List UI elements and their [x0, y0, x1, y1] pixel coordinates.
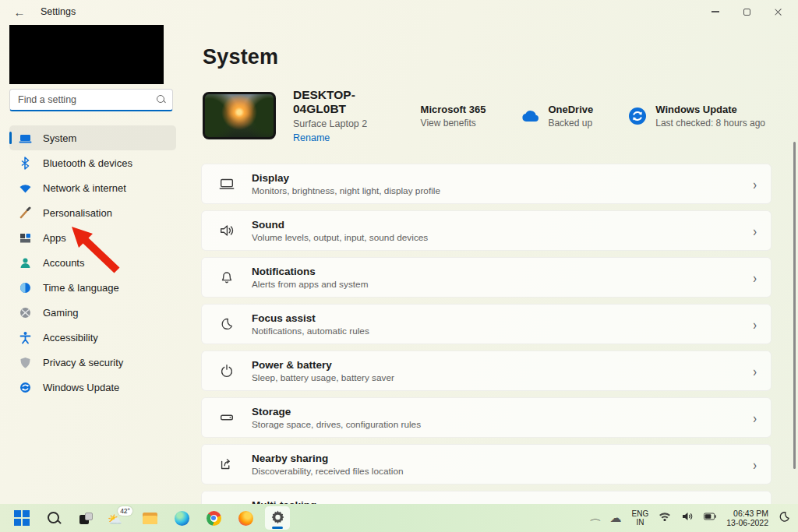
- chrome-button[interactable]: [201, 506, 226, 530]
- settings-row-notifications[interactable]: NotificationsAlerts from apps and system…: [201, 257, 772, 298]
- titlebar: ← Settings: [0, 0, 798, 23]
- system-icon: [19, 132, 32, 145]
- share-icon: [217, 455, 236, 474]
- row-subtitle: Monitors, brightness, night light, displ…: [252, 185, 440, 196]
- row-subtitle: Discoverability, received files location: [252, 466, 404, 477]
- start-button[interactable]: [9, 506, 34, 530]
- sidebar-item-bluetooth-devices[interactable]: Bluetooth & devices: [9, 150, 176, 175]
- sidebar: System Bluetooth & devices Network & int…: [0, 23, 187, 504]
- xbox-icon: [19, 306, 32, 319]
- search-box[interactable]: [9, 89, 173, 111]
- minimize-button[interactable]: [700, 2, 731, 22]
- row-title: Nearby sharing: [252, 453, 404, 464]
- firefox-button[interactable]: [233, 506, 258, 530]
- clock-date-display[interactable]: 06:43 PM 13-06-2022: [726, 509, 768, 527]
- sidebar-item-label: Accessibility: [43, 332, 98, 344]
- settings-row-sound[interactable]: SoundVolume levels, output, input, sound…: [201, 210, 772, 251]
- display-icon: [217, 174, 236, 193]
- sidebar-item-label: Apps: [43, 232, 66, 244]
- update-icon: [19, 381, 32, 394]
- sidebar-item-label: Time & language: [43, 282, 119, 294]
- close-button[interactable]: [762, 2, 793, 22]
- sound-icon: [217, 221, 236, 240]
- chevron-right-icon: ›: [753, 222, 757, 239]
- status-microsoft-365[interactable]: Microsoft 365 View benefits: [393, 104, 486, 129]
- maximize-button[interactable]: [731, 2, 762, 22]
- windows-update-badge-icon: [627, 106, 648, 126]
- bell-icon: [217, 268, 236, 287]
- settings-row-focus-assist[interactable]: Focus assistNotifications, automatic rul…: [201, 304, 772, 344]
- status-subtitle: Last checked: 8 hours ago: [655, 118, 765, 129]
- row-subtitle: Notifications, automatic rules: [252, 326, 369, 336]
- scrollbar[interactable]: [793, 142, 796, 469]
- settings-row-nearby-sharing[interactable]: Nearby sharingDiscoverability, received …: [201, 444, 772, 484]
- settings-app-button[interactable]: [265, 506, 290, 530]
- taskbar: ⛅ 42° ︿ ☁ ENG IN 06:43 PM 13-06-2022: [0, 504, 798, 532]
- settings-list: DisplayMonitors, brightness, night light…: [201, 164, 782, 531]
- person-icon: [19, 256, 32, 270]
- chevron-right-icon: ›: [753, 269, 757, 286]
- hidden-icons-chevron[interactable]: ︿: [589, 513, 601, 524]
- system-tray: ︿ ☁ ENG IN 06:43 PM 13-06-2022: [591, 509, 790, 527]
- sidebar-item-time-language[interactable]: Time & language: [9, 275, 176, 300]
- settings-row-display[interactable]: DisplayMonitors, brightness, night light…: [201, 164, 772, 204]
- region-code: IN: [632, 518, 649, 527]
- wifi-icon: [19, 181, 32, 195]
- edge-icon: [175, 511, 189, 526]
- tray-date: 13-06-2022: [726, 518, 768, 527]
- chrome-icon: [207, 511, 221, 526]
- weather-icon: ⛅ 42°: [108, 509, 128, 527]
- battery-tray-icon[interactable]: [704, 510, 716, 526]
- microsoft-logo-icon: [393, 106, 413, 126]
- sidebar-item-label: Personalisation: [43, 207, 112, 219]
- sidebar-item-label: Privacy & security: [43, 357, 123, 368]
- taskbar-search-button[interactable]: [41, 506, 66, 530]
- wifi-tray-icon[interactable]: [659, 510, 671, 526]
- sidebar-item-system[interactable]: System: [9, 125, 176, 150]
- onedrive-tray-icon[interactable]: ☁: [610, 511, 622, 525]
- sidebar-item-label: Network & internet: [43, 182, 126, 194]
- power-icon: [217, 361, 236, 380]
- language-indicator[interactable]: ENG IN: [632, 509, 649, 527]
- sidebar-item-network-internet[interactable]: Network & internet: [9, 175, 176, 200]
- window-controls: [700, 2, 793, 22]
- back-arrow-icon[interactable]: ←: [9, 3, 30, 20]
- task-view-icon: [79, 513, 93, 524]
- minimize-icon: [711, 11, 719, 12]
- device-info: DESKTOP-04GL0BT Surface Laptop 2 Rename: [293, 88, 393, 143]
- status-windows-update[interactable]: Windows Update Last checked: 8 hours ago: [627, 104, 765, 129]
- volume-tray-icon[interactable]: [681, 510, 694, 526]
- bluetooth-icon: [19, 157, 32, 170]
- row-subtitle: Storage space, drives, configuration rul…: [252, 419, 421, 430]
- widgets-weather-button[interactable]: ⛅ 42°: [105, 506, 130, 530]
- status-title: OneDrive: [548, 104, 593, 115]
- apps-icon: [19, 231, 32, 245]
- sidebar-item-gaming[interactable]: Gaming: [9, 300, 176, 325]
- sidebar-item-apps[interactable]: Apps: [9, 225, 176, 250]
- edge-button[interactable]: [169, 506, 194, 530]
- sidebar-item-label: Windows Update: [43, 382, 119, 393]
- status-subtitle[interactable]: View benefits: [421, 118, 486, 129]
- device-wallpaper-thumbnail: [203, 92, 276, 139]
- search-input[interactable]: [18, 94, 150, 105]
- sidebar-item-accounts[interactable]: Accounts: [9, 250, 176, 275]
- settings-row-power-battery[interactable]: Power & batterySleep, battery usage, bat…: [201, 351, 772, 391]
- drive-icon: [217, 408, 236, 427]
- sidebar-item-label: Bluetooth & devices: [43, 157, 132, 169]
- shield-icon: [19, 356, 32, 369]
- focus-assist-moon-icon[interactable]: [779, 511, 790, 526]
- folder-icon: [143, 513, 157, 524]
- sidebar-item-accessibility[interactable]: Accessibility: [9, 325, 176, 350]
- status-onedrive[interactable]: OneDrive Backed up: [520, 104, 593, 129]
- settings-row-storage[interactable]: StorageStorage space, drives, configurat…: [201, 397, 772, 438]
- sidebar-item-windows-update[interactable]: Windows Update: [9, 375, 176, 400]
- rename-link[interactable]: Rename: [293, 132, 393, 143]
- sidebar-item-privacy-security[interactable]: Privacy & security: [9, 350, 176, 375]
- tray-time: 06:43 PM: [726, 509, 768, 518]
- sidebar-item-personalisation[interactable]: Personalisation: [9, 200, 176, 225]
- row-subtitle: Alerts from apps and system: [252, 279, 368, 290]
- device-model: Surface Laptop 2: [293, 118, 393, 129]
- chevron-right-icon: ›: [753, 362, 757, 379]
- task-view-button[interactable]: [73, 506, 98, 530]
- file-explorer-button[interactable]: [137, 506, 162, 530]
